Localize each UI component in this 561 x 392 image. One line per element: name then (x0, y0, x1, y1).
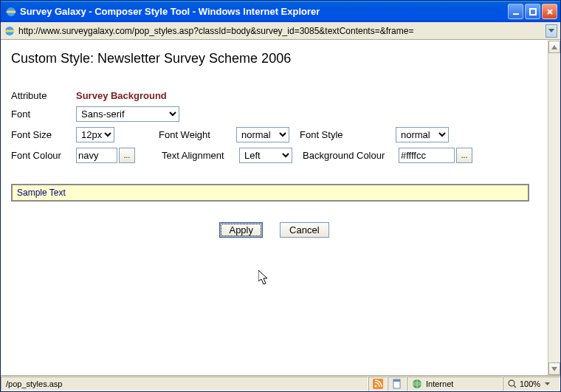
label-attribute: Attribute (11, 90, 76, 101)
page-title: Custom Style: Newsletter Survey Scheme 2… (11, 51, 537, 66)
zoom-text: 100% (520, 379, 540, 388)
feed-icon (373, 379, 383, 389)
text-alignment-select[interactable]: Left (239, 148, 292, 163)
status-bar: /pop_styles.asp Internet 100% (1, 375, 560, 391)
font-style-select[interactable]: normal (396, 127, 449, 142)
titlebar: Survey Galaxy - Composer Style Tool - Wi… (1, 1, 560, 22)
background-colour-picker-button[interactable]: ... (456, 148, 472, 163)
status-text: /pop_styles.asp (1, 376, 368, 391)
svg-rect-1 (513, 13, 519, 15)
background-colour-input[interactable] (399, 148, 455, 163)
svg-rect-2 (530, 9, 536, 15)
svg-rect-7 (393, 379, 400, 382)
style-form: Attribute Survey Background Font Sans-se… (11, 90, 537, 163)
svg-line-11 (514, 385, 516, 388)
label-font-colour: Font Colour (11, 150, 76, 161)
label-background-colour: Background Colour (303, 150, 399, 161)
font-size-select[interactable]: 12px (76, 127, 114, 142)
window-buttons (508, 4, 557, 19)
security-zone-text: Internet (426, 379, 453, 388)
url-dropdown-button[interactable] (545, 24, 557, 38)
label-font-size: Font Size (11, 129, 76, 140)
close-button[interactable] (542, 4, 557, 19)
url-text[interactable]: http://www.surveygalaxy.com/pop_styles.a… (18, 26, 543, 36)
page-status-icon (392, 379, 402, 389)
page-body: Custom Style: Newsletter Survey Scheme 2… (1, 41, 548, 375)
font-colour-input[interactable] (76, 148, 117, 163)
label-font: Font (11, 109, 76, 120)
sample-text: Sample Text (17, 188, 66, 198)
font-colour-picker-button[interactable]: ... (119, 148, 135, 163)
sample-preview: Sample Text (11, 184, 529, 202)
attribute-value: Survey Background (76, 90, 167, 101)
label-font-style: Font Style (300, 129, 396, 140)
scroll-down-button[interactable] (548, 362, 560, 375)
label-font-weight: Font Weight (159, 129, 236, 140)
status-icon-pane-1 (368, 376, 388, 391)
cursor-icon (258, 270, 270, 286)
svg-point-5 (375, 385, 377, 387)
content-area: Custom Style: Newsletter Survey Scheme 2… (1, 40, 560, 375)
security-zone-pane: Internet (407, 376, 503, 391)
zoom-icon (508, 379, 517, 388)
vertical-scrollbar[interactable] (548, 41, 560, 375)
address-bar: http://www.surveygalaxy.com/pop_styles.a… (1, 22, 560, 40)
minimize-button[interactable] (508, 4, 523, 19)
chevron-down-icon (545, 382, 550, 385)
scroll-track[interactable] (548, 53, 560, 362)
status-icon-pane-2 (388, 376, 407, 391)
status-path: /pop_styles.asp (6, 379, 62, 388)
button-row: Apply Cancel (11, 222, 537, 238)
zoom-pane[interactable]: 100% (503, 376, 560, 391)
font-select[interactable]: Sans-serif (76, 106, 179, 122)
page-icon (4, 25, 16, 37)
globe-icon (412, 379, 422, 389)
cancel-button[interactable]: Cancel (280, 222, 328, 238)
maximize-button[interactable] (525, 4, 540, 19)
apply-button[interactable]: Apply (219, 222, 263, 238)
font-weight-select[interactable]: normal (236, 127, 289, 142)
label-text-alignment: Text Alignment (162, 150, 239, 161)
browser-window: Survey Galaxy - Composer Style Tool - Wi… (0, 0, 561, 392)
svg-point-10 (509, 380, 514, 386)
window-title: Survey Galaxy - Composer Style Tool - Wi… (20, 6, 508, 17)
ie-icon (5, 6, 17, 18)
scroll-up-button[interactable] (548, 41, 560, 53)
